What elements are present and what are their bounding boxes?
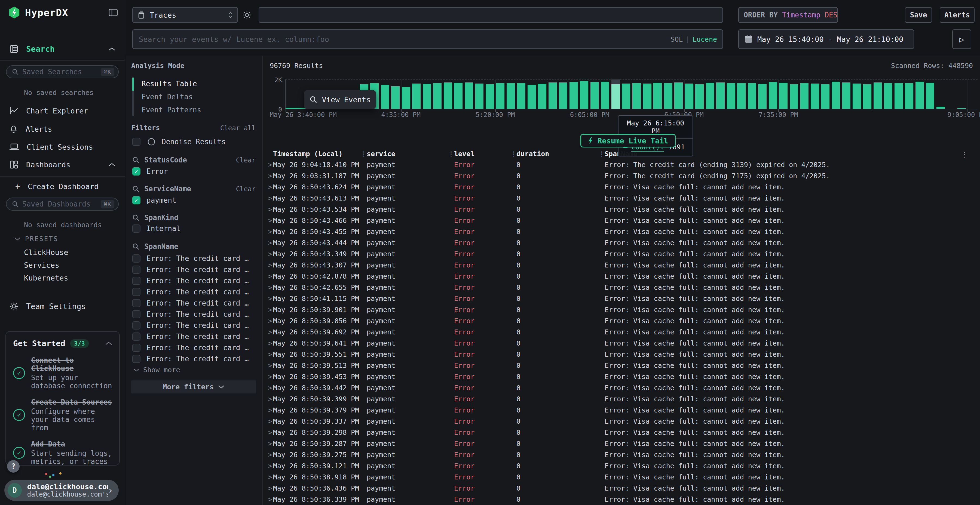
table-row[interactable]: > May 26 8:50:39.121 PM payment Error 0 … <box>263 461 980 472</box>
histogram-bar[interactable] <box>402 87 410 109</box>
histogram-bar[interactable] <box>926 83 934 109</box>
row-expand-icon[interactable]: > <box>263 473 273 481</box>
table-row[interactable]: > May 26 8:50:43.349 PM payment Error 0 … <box>263 248 980 260</box>
histogram-bar[interactable] <box>811 84 819 109</box>
row-expand-icon[interactable]: > <box>263 161 273 169</box>
row-expand-icon[interactable]: > <box>263 407 273 414</box>
row-expand-icon[interactable]: > <box>263 340 273 347</box>
query-language-toggle[interactable]: SQL|Lucene <box>670 35 717 43</box>
histogram-bar[interactable] <box>486 84 494 109</box>
filter-option-error[interactable]: ✓ Error <box>132 167 168 176</box>
filter-option-internal[interactable]: Internal <box>132 224 180 233</box>
row-expand-icon[interactable]: > <box>263 306 273 314</box>
filter-option-payment[interactable]: ✓ payment <box>132 196 177 204</box>
histogram-bar[interactable] <box>905 83 913 109</box>
histogram-bar[interactable] <box>884 83 892 109</box>
unchecked-checkbox[interactable] <box>132 344 140 352</box>
unchecked-checkbox[interactable] <box>132 224 140 233</box>
save-button[interactable]: Save <box>905 7 932 23</box>
table-row[interactable]: > May 26 8:50:41.115 PM payment Error 0 … <box>263 293 980 304</box>
table-row[interactable]: > May 26 8:50:39.513 PM payment Error 0 … <box>263 360 980 371</box>
search-icon[interactable] <box>132 156 139 164</box>
time-range-picker[interactable]: May 26 15:40:00 - May 26 21:10:00 <box>738 29 914 49</box>
table-row[interactable]: > May 26 8:50:39.453 PM payment Error 0 … <box>263 371 980 382</box>
order-by-input[interactable]: ORDER BY Timestamp DESC <box>738 7 838 23</box>
unchecked-checkbox[interactable] <box>132 254 140 262</box>
unchecked-checkbox[interactable] <box>132 332 140 341</box>
row-expand-icon[interactable]: > <box>263 484 273 492</box>
sidebar-item-dashboards[interactable]: Dashboards <box>0 158 125 172</box>
source-settings-gear-icon[interactable] <box>242 10 251 20</box>
histogram-bar[interactable] <box>800 83 808 109</box>
histogram-bar[interactable] <box>580 81 588 109</box>
row-expand-icon[interactable]: > <box>263 172 273 180</box>
histogram-bar[interactable] <box>958 108 966 109</box>
chevron-up-icon[interactable] <box>108 162 115 167</box>
preset-clickhouse[interactable]: ClickHouse <box>24 248 68 257</box>
table-row[interactable]: > May 26 8:50:43.444 PM payment Error 0 … <box>263 237 980 248</box>
help-button[interactable]: ? <box>7 460 20 473</box>
row-expand-icon[interactable]: > <box>263 317 273 325</box>
table-row[interactable]: > May 26 8:50:42.878 PM payment Error 0 … <box>263 271 980 282</box>
table-row[interactable]: > May 26 8:50:43.613 PM payment Error 0 … <box>263 193 980 204</box>
table-row[interactable]: > May 26 8:50:36.436 PM payment Error 0 … <box>263 483 980 494</box>
presets-toggle[interactable]: PRESETS <box>14 235 58 243</box>
table-row[interactable]: > May 26 9:04:18.410 PM payment Error 0 … <box>263 159 980 170</box>
histogram-bar[interactable] <box>423 84 431 109</box>
filter-option-spanname[interactable]: Error: The credit card … <box>132 353 269 364</box>
table-row[interactable]: > May 26 8:50:43.534 PM payment Error 0 … <box>263 204 980 215</box>
table-row[interactable]: > May 26 8:50:39.551 PM payment Error 0 … <box>263 349 980 360</box>
histogram-bar[interactable] <box>507 83 515 109</box>
table-row[interactable]: > May 26 8:50:39.399 PM payment Error 0 … <box>263 394 980 405</box>
clear-all-link[interactable]: Clear all <box>220 124 256 132</box>
histogram-bar[interactable] <box>790 84 798 109</box>
user-menu[interactable]: D dale@clickhouse.com dale@clickhouse.co… <box>4 480 119 501</box>
row-expand-icon[interactable]: > <box>263 418 273 425</box>
unchecked-checkbox[interactable] <box>132 355 140 363</box>
table-row[interactable]: > May 26 8:50:39.287 PM payment Error 0 … <box>263 438 980 449</box>
row-expand-icon[interactable]: > <box>263 195 273 202</box>
table-row[interactable]: > May 26 8:50:43.466 PM payment Error 0 … <box>263 215 980 226</box>
preset-kubernetes[interactable]: Kubernetes <box>24 274 68 282</box>
row-expand-icon[interactable]: > <box>263 262 273 269</box>
histogram-bar[interactable] <box>832 82 840 109</box>
unchecked-checkbox[interactable] <box>132 277 140 285</box>
col-duration[interactable]: duration <box>516 150 599 158</box>
histogram-bar[interactable] <box>632 83 641 109</box>
row-expand-icon[interactable]: > <box>263 384 273 392</box>
denoise-filter[interactable]: Denoise Results <box>132 137 226 146</box>
table-row[interactable]: > May 26 8:50:39.442 PM payment Error 0 … <box>263 382 980 394</box>
histogram-bar[interactable] <box>475 84 484 109</box>
histogram-bar[interactable] <box>842 83 850 109</box>
row-expand-icon[interactable]: > <box>263 239 273 247</box>
histogram-bar[interactable] <box>873 83 882 109</box>
histogram-bar[interactable] <box>559 83 567 109</box>
filter-option-spanname[interactable]: Error: The credit card … <box>132 297 269 308</box>
unchecked-checkbox[interactable] <box>132 288 140 296</box>
row-expand-icon[interactable]: > <box>263 329 273 336</box>
mode-results-table[interactable]: Results Table <box>142 80 197 88</box>
histogram-bar[interactable] <box>517 83 525 109</box>
row-expand-icon[interactable]: > <box>263 228 273 236</box>
histogram-bar[interactable] <box>538 84 546 109</box>
table-row[interactable]: > May 26 8:50:38.918 PM payment Error 0 … <box>263 472 980 483</box>
get-started-item[interactable]: ✓ Connect to ClickHouse Set up your data… <box>13 356 112 390</box>
checked-checkbox[interactable]: ✓ <box>132 167 140 176</box>
filter-option-spanname[interactable]: Error: The credit card … <box>132 275 269 286</box>
histogram-bar[interactable] <box>737 83 746 109</box>
event-histogram[interactable] <box>286 79 978 109</box>
table-row[interactable]: > May 26 9:03:31.187 PM payment Error 0 … <box>263 170 980 181</box>
table-row[interactable]: > May 26 8:50:43.624 PM payment Error 0 … <box>263 181 980 193</box>
mode-event-patterns[interactable]: Event Patterns <box>142 106 201 114</box>
event-search-input[interactable]: Search your events w/ Lucene ex. column:… <box>132 29 723 49</box>
histogram-bar[interactable] <box>528 85 536 109</box>
table-row[interactable]: > May 26 8:50:39.692 PM payment Error 0 … <box>263 327 980 338</box>
sidebar-item-team-settings[interactable]: Team Settings <box>0 299 125 313</box>
histogram-bar[interactable] <box>444 83 452 109</box>
statuscode-clear-link[interactable]: Clear <box>236 156 256 164</box>
histogram-bar[interactable] <box>937 106 945 109</box>
filter-option-spanname[interactable]: Error: The credit card … <box>132 286 269 297</box>
histogram-bar[interactable] <box>391 86 399 109</box>
unchecked-checkbox[interactable] <box>132 299 140 307</box>
histogram-bar[interactable] <box>622 84 630 109</box>
